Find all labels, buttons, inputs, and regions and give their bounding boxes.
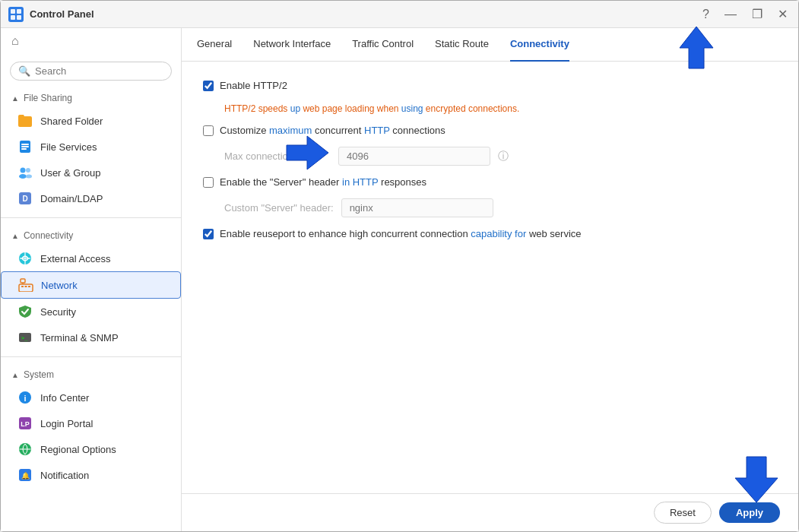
- tab-connectivity[interactable]: Connectivity: [510, 28, 569, 62]
- svg-rect-7: [21, 148, 27, 150]
- login-portal-icon: LP: [17, 416, 33, 431]
- max-connections-input[interactable]: [338, 147, 490, 166]
- tab-general[interactable]: General: [197, 28, 232, 62]
- sidebar-item-user-group[interactable]: User & Group: [1, 160, 181, 185]
- sidebar-item-network[interactable]: Network: [1, 271, 181, 299]
- sidebar-item-terminal-snmp[interactable]: >_ Terminal & SNMP: [1, 325, 181, 350]
- svg-point-11: [26, 175, 32, 179]
- sidebar-label-security: Security: [40, 306, 76, 318]
- sidebar-label-login-portal: Login Portal: [40, 418, 93, 429]
- reset-button[interactable]: Reset: [654, 502, 712, 524]
- chevron-icon-system: ▲: [11, 371, 19, 379]
- max-connections-field-row: Max connections: ⓘ: [224, 147, 777, 166]
- panel-wrapper: Enable HTTP/2 HTTP/2 speeds up web page …: [182, 62, 798, 531]
- sidebar-item-regional-options[interactable]: Regional Options: [1, 436, 181, 462]
- sidebar-label-regional-options: Regional Options: [40, 444, 116, 455]
- network-icon: [18, 277, 33, 293]
- search-input[interactable]: [35, 65, 163, 77]
- minimize-button[interactable]: —: [721, 6, 740, 23]
- svg-text:🔔: 🔔: [21, 471, 30, 480]
- svg-rect-21: [25, 286, 27, 287]
- apply-button[interactable]: Apply: [719, 502, 780, 523]
- sidebar-item-notification[interactable]: 🔔 Notification: [1, 462, 181, 488]
- checkbox-http2-input[interactable]: [203, 81, 214, 91]
- max-connections-label: Customize maximum concurrent HTTP connec…: [220, 125, 445, 136]
- svg-rect-6: [21, 146, 29, 147]
- section-header-file-sharing[interactable]: ▲ File Sharing: [1, 88, 181, 108]
- sidebar-item-shared-folder[interactable]: Shared Folder: [1, 108, 181, 134]
- search-box[interactable]: 🔍: [10, 62, 172, 81]
- checkbox-server-header[interactable]: Enable the "Server" header in HTTP respo…: [203, 176, 426, 188]
- sidebar-item-login-portal[interactable]: LP Login Portal: [1, 410, 181, 436]
- close-button[interactable]: ✕: [775, 5, 791, 23]
- sidebar-item-security[interactable]: Security: [1, 299, 181, 325]
- svg-rect-5: [21, 144, 29, 145]
- sidebar-item-external-access[interactable]: External Access: [1, 245, 181, 271]
- folder-icon: [17, 113, 33, 128]
- sidebar-label-terminal-snmp: Terminal & SNMP: [40, 332, 119, 344]
- server-header-field-label: Custom "Server" header:: [224, 202, 334, 214]
- svg-rect-17: [19, 284, 33, 292]
- user-group-icon: [17, 165, 33, 180]
- section-header-connectivity[interactable]: ▲ Connectivity: [1, 226, 181, 245]
- max-connections-field-label: Max connections:: [224, 150, 331, 162]
- window-title: Control Panel: [30, 8, 699, 20]
- sidebar-item-file-services[interactable]: File Services: [1, 134, 181, 160]
- sidebar-item-domain-ldap[interactable]: D Domain/LDAP: [1, 185, 181, 211]
- svg-text:LP: LP: [21, 420, 30, 428]
- connectivity-panel: Enable HTTP/2 HTTP/2 speeds up web page …: [182, 62, 798, 493]
- titlebar: Control Panel ? — ❐ ✕: [1, 1, 798, 28]
- setting-enable-http2: Enable HTTP/2: [203, 80, 777, 91]
- tab-network-interface[interactable]: Network Interface: [253, 28, 331, 62]
- home-icon: ⌂: [11, 34, 19, 48]
- sidebar-label-domain-ldap: Domain/LDAP: [40, 193, 103, 204]
- main-content: General Network Interface Traffic Contro…: [182, 28, 798, 531]
- section-label-file-sharing: File Sharing: [24, 93, 72, 103]
- sidebar-label-info-center: Info Center: [40, 392, 89, 404]
- file-services-icon: [17, 139, 33, 154]
- setting-max-connections: Customize maximum concurrent HTTP connec…: [203, 125, 777, 136]
- svg-text:i: i: [24, 394, 26, 403]
- footer-bar: Reset Apply: [182, 493, 798, 531]
- notification-icon: 🔔: [17, 467, 33, 483]
- help-button[interactable]: ?: [699, 6, 712, 23]
- checkbox-max-connections[interactable]: Customize maximum concurrent HTTP connec…: [203, 125, 445, 136]
- svg-point-9: [19, 174, 27, 179]
- tab-traffic-control[interactable]: Traffic Control: [352, 28, 414, 62]
- sidebar-item-info-center[interactable]: i Info Center: [1, 385, 181, 410]
- info-icon[interactable]: ⓘ: [498, 150, 509, 163]
- server-header-label: Enable the "Server" header in HTTP respo…: [220, 176, 426, 188]
- svg-rect-18: [21, 279, 25, 283]
- checkbox-max-connections-input[interactable]: [203, 125, 214, 136]
- sidebar-label-user-group: User & Group: [40, 167, 100, 179]
- info-center-icon: i: [17, 390, 33, 405]
- setting-reuseport: Enable reuseport to enhance high concurr…: [203, 228, 777, 239]
- section-header-system[interactable]: ▲ System: [1, 365, 181, 385]
- maximize-button[interactable]: ❐: [749, 5, 766, 23]
- sidebar-label-network: Network: [41, 280, 78, 291]
- sidebar-label-notification: Notification: [40, 470, 89, 481]
- server-header-field-row: Custom "Server" header:: [224, 198, 777, 217]
- window-controls[interactable]: ? — ❐ ✕: [699, 5, 791, 23]
- checkbox-reuseport[interactable]: Enable reuseport to enhance high concurr…: [203, 228, 582, 239]
- section-label-system: System: [24, 369, 54, 380]
- sidebar: ⌂ 🔍 ▲ File Sharing Shared Folder: [1, 28, 182, 531]
- checkbox-http2[interactable]: Enable HTTP/2: [203, 80, 287, 91]
- security-icon: [17, 304, 33, 319]
- svg-point-8: [21, 168, 26, 173]
- http2-description: HTTP/2 speeds up web page loading when u…: [224, 102, 777, 116]
- svg-rect-0: [11, 9, 15, 14]
- tab-static-route[interactable]: Static Route: [435, 28, 489, 62]
- checkbox-reuseport-input[interactable]: [203, 229, 214, 239]
- svg-rect-3: [17, 15, 21, 20]
- checkbox-server-header-input[interactable]: [203, 177, 214, 188]
- app-icon: [8, 7, 24, 22]
- server-header-input[interactable]: [341, 198, 493, 217]
- reuseport-label: Enable reuseport to enhance high concurr…: [220, 228, 582, 239]
- tabs-bar: General Network Interface Traffic Contro…: [182, 28, 798, 62]
- svg-point-10: [26, 168, 30, 173]
- sidebar-label-file-services: File Services: [40, 141, 97, 153]
- home-button[interactable]: ⌂: [1, 28, 181, 54]
- svg-rect-1: [17, 9, 21, 14]
- svg-rect-22: [28, 286, 30, 287]
